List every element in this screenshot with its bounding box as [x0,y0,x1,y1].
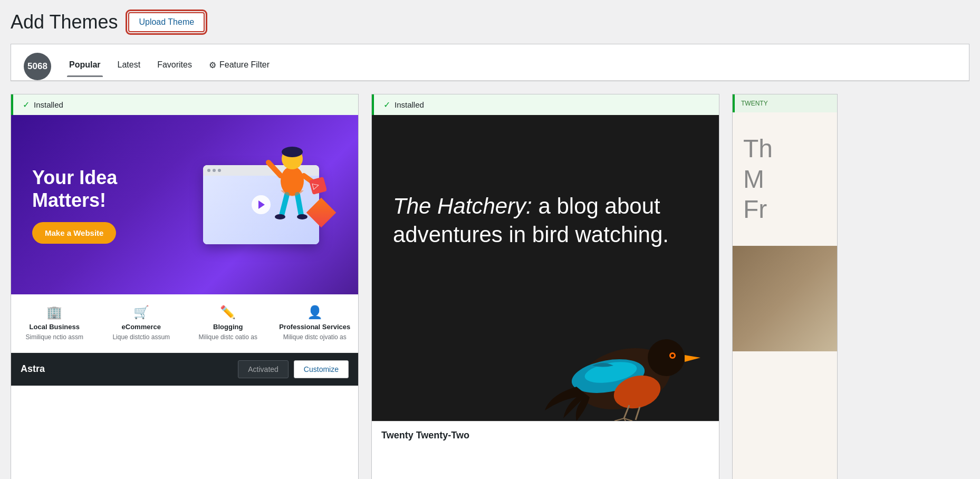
feature-title-4: Professional Services [277,323,353,331]
third-card-image [733,246,837,351]
feature-title-2: eCommerce [103,323,180,331]
astra-installed-banner: ✓ Installed [11,94,358,115]
feature-professional: 👤 Professional Services Milique distc oj… [272,305,359,342]
check-icon-ttwo: ✓ [383,100,390,110]
pencil-icon: ✏️ [190,305,266,320]
person-icon: 👤 [277,305,353,320]
svg-point-12 [648,339,685,376]
feature-filter-tab[interactable]: ⚙ Feature Filter [201,56,277,78]
ttwo-italic-text: The Hatchery: [393,194,532,218]
browser-dot-1 [207,169,210,172]
cart-icon: 🛒 [103,305,180,320]
theme-card-astra: ✓ Installed Your Idea Matters! Make a We… [11,94,359,479]
feature-desc-4: Milique distc ojvatio as [277,333,353,342]
partial-label-text: TWENTY [741,100,768,107]
gear-icon: ⚙ [209,60,216,70]
themes-grid: ✓ Installed Your Idea Matters! Make a We… [11,94,969,479]
astra-installed-label: Installed [34,100,63,109]
check-icon: ✓ [23,100,30,110]
svg-line-8 [297,195,301,215]
page-title: Add Themes [11,11,118,33]
third-card-preview: ThMFr [733,112,837,479]
astra-preview-title: Your Idea Matters! [32,166,185,212]
page-header: Add Themes Upload Theme [11,11,969,33]
feature-desc-2: Lique distctio assum [103,333,180,342]
svg-marker-13 [685,355,700,362]
filter-bar: 5068 Popular Latest Favorites ⚙ Feature … [11,44,969,81]
svg-point-10 [297,214,308,219]
filter-tabs: Popular Latest Favorites ⚙ Feature Filte… [62,56,277,78]
feature-desc-3: Milique distc oatio as [190,333,266,342]
tab-favorites[interactable]: Favorites [150,56,199,77]
svg-line-7 [282,195,287,215]
theme-card-third-partial: TWENTY ThMFr [732,94,838,479]
astra-card-footer: Astra Activated Customize [11,353,358,386]
astra-theme-actions: Activated Customize [238,360,349,378]
play-button [252,195,271,214]
svg-line-21 [614,418,624,421]
ttwo-text-area: The Hatchery: a blog about adventures in… [372,115,719,305]
filter-top-row: 5068 Popular Latest Favorites ⚙ Feature … [11,44,969,80]
tab-popular[interactable]: Popular [62,56,108,77]
astra-cta-button[interactable]: Make a Website [32,222,116,244]
astra-features-section: 🏢 Local Business Similique nctio assm 🛒 … [11,294,358,353]
svg-line-3 [268,162,281,176]
theme-count-badge: 5068 [24,53,51,80]
astra-preview: Your Idea Matters! Make a Website [11,115,358,294]
ttwo-preview: The Hatchery: a blog about adventures in… [372,115,719,421]
astra-person-illustration: ▷ [258,133,326,244]
ttwo-card-footer: Twenty Twenty-Two [372,421,719,449]
astra-preview-left: Your Idea Matters! Make a Website [32,166,185,244]
customize-button[interactable]: Customize [294,360,349,378]
ttwo-installed-banner: ✓ Installed [372,94,719,115]
feature-blogging: ✏️ Blogging Milique distc oatio as [185,305,272,342]
bird-svg [372,305,719,421]
astra-preview-right: ▷ [185,165,337,244]
browser-dot-3 [218,169,221,172]
astra-theme-name: Astra [21,363,45,375]
third-card-text: ThMFr [733,112,837,246]
feature-local-business: 🏢 Local Business Similique nctio assm [11,305,98,342]
feature-title-1: Local Business [16,323,93,331]
svg-line-20 [636,407,640,420]
activated-button: Activated [238,360,289,378]
svg-point-9 [275,214,285,219]
ttwo-bird-illustration [372,305,719,421]
theme-card-twenty-twenty-two: ✓ Installed The Hatchery: a blog about a… [371,94,719,479]
building-icon: 🏢 [16,305,93,320]
feature-desc-1: Similique nctio assm [16,333,93,342]
tab-latest[interactable]: Latest [110,56,148,77]
svg-point-15 [671,354,674,357]
ttwo-installed-label: Installed [395,100,424,109]
partial-installed-banner: TWENTY [733,94,837,112]
feature-ecommerce: 🛒 eCommerce Lique distctio assum [98,305,185,342]
ttwo-theme-name: Twenty Twenty-Two [381,430,469,440]
upload-theme-button[interactable]: Upload Theme [128,12,205,32]
filter-divider [11,80,969,81]
feature-title-3: Blogging [190,323,266,331]
svg-point-2 [282,147,303,157]
ttwo-preview-text: The Hatchery: a blog about adventures in… [393,192,698,250]
partial-title-text: ThMFr [743,135,773,223]
play-triangle-icon [258,200,265,209]
browser-dot-2 [213,169,216,172]
